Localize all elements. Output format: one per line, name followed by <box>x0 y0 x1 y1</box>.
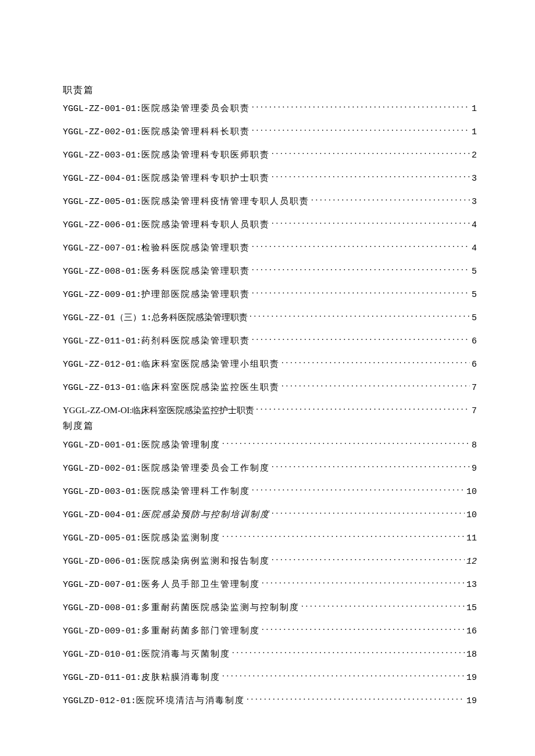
toc-page-number: 4 <box>472 219 477 231</box>
toc-page-number: 10 <box>466 486 477 498</box>
toc-title: 医院感染管理科专职人员职责 <box>141 218 270 231</box>
toc-page-number: 10 <box>466 509 477 521</box>
toc-entry: YGGL-ZD-002-01:医院感染管理委员会工作制度9 <box>63 462 477 475</box>
toc-leader-dots <box>222 671 465 680</box>
toc-page-number: 15 <box>466 602 477 614</box>
toc-entry: YGGL-ZD-005-01:医院感染监测制度11 <box>63 532 477 544</box>
toc-list-zd: YGGL-ZD-001-01:医院感染管理制度8YGGL-ZD-002-01:医… <box>63 439 477 707</box>
toc-entry: YGGL-ZZ-003-01:医院感染管理科专职医师职责2 <box>63 149 477 162</box>
toc-title: 临床科室医院感染监控医生职责 <box>141 381 280 393</box>
toc-page-number: 4 <box>472 242 477 255</box>
toc-entry: YGGLZD-012-01:医院环境清洁与消毒制度19 <box>63 694 477 707</box>
toc-entry: YGGL-ZD-011-01:皮肤粘膜消毒制度19 <box>63 671 477 684</box>
toc-leader-dots <box>272 218 470 227</box>
toc-leader-dots <box>222 439 470 447</box>
toc-title: 医院感染管理制度 <box>141 439 220 451</box>
toc-code: YGGL-ZD-011-01: <box>63 672 141 684</box>
toc-title: 医院感染管理委员会职责 <box>141 102 250 114</box>
toc-leader-dots <box>256 404 470 413</box>
toc-leader-dots <box>252 102 470 111</box>
toc-code: YGGL-ZZ-005-01: <box>63 196 141 208</box>
toc-code: YGGL-ZD-001-01: <box>63 439 141 452</box>
toc-title: 多重耐药菌医院感染监测与控制制度 <box>141 601 299 614</box>
section-heading-zd: 制度篇 <box>63 420 477 432</box>
toc-entry: YGGL-ZZ-005-01:医院感染管理科疫情管理专职人员职责3 <box>63 195 477 208</box>
toc-page-number: 11 <box>466 532 477 544</box>
toc-code: YGGL-ZD-003-01: <box>63 486 141 498</box>
toc-title: 护理部医院感染管理职责 <box>141 288 250 300</box>
toc-code: YGGL-ZD-006-01: <box>63 556 141 568</box>
toc-code: YGGL-ZZ-004-01: <box>63 173 141 185</box>
toc-entry: YGGL-ZZ-011-01:药剂科医院感染管理职责6 <box>63 335 477 347</box>
toc-page-number: 5 <box>472 266 477 278</box>
toc-leader-dots <box>262 625 465 633</box>
section-heading-zz: 职责篇 <box>63 84 477 96</box>
toc-page-number: 18 <box>466 648 477 661</box>
toc-code: YGGL-ZZ-006-01: <box>63 219 141 231</box>
toc-page-number: 3 <box>472 173 477 185</box>
toc-code: YGGL-ZD-002-01: <box>63 463 141 475</box>
toc-entry: YGGL-ZZ-01（三）1:总务科医院感染管理职责5 <box>63 311 477 324</box>
toc-entry: YGGL-ZZ-009-01:护理部医院感染管理职责5 <box>63 288 477 301</box>
toc-code: YGGL-ZD-009-01: <box>63 625 141 637</box>
toc-title: 医院感染监测制度 <box>141 532 220 544</box>
toc-code: YGGL-ZD-007-01: <box>63 579 141 591</box>
toc-title: 医务人员手部卫生管理制度 <box>141 578 260 590</box>
toc-title: 医院感染管理委员会工作制度 <box>141 462 270 474</box>
toc-page-number: 13 <box>466 579 477 591</box>
toc-entry: YGGL-ZZ-002-01:医院感染管理科科长职责1 <box>63 126 477 138</box>
toc-page-number: 5 <box>472 289 477 301</box>
toc-title: 医院环境清洁与消毒制度 <box>136 694 245 707</box>
toc-title: 临床科室医院感染监控护士职责 <box>132 404 254 417</box>
toc-leader-dots <box>232 648 465 657</box>
toc-page-number: 16 <box>466 625 477 637</box>
toc-leader-dots <box>262 578 465 587</box>
toc-leader-dots <box>272 462 470 471</box>
toc-leader-dots <box>301 601 465 610</box>
toc-title: 总务科医院感染管理职责 <box>152 311 248 324</box>
toc-code: YGGL-ZZ-008-01: <box>63 266 141 278</box>
toc-code: YGGL-ZD-008-01: <box>63 602 141 614</box>
toc-page-number: 8 <box>472 439 477 452</box>
toc-leader-dots <box>311 195 470 204</box>
document-page: 职责篇 YGGL-ZZ-001-01:医院感染管理委员会职责1YGGL-ZZ-0… <box>0 0 535 756</box>
toc-entry: YGGL-ZD-003-01:医院感染管理科工作制度10 <box>63 485 477 498</box>
toc-title: 多重耐药菌多部门管理制度 <box>141 625 260 637</box>
toc-code: YGGL-ZD-005-01: <box>63 532 141 544</box>
toc-entry: YGGL-ZD-007-01:医务人员手部卫生管理制度13 <box>63 578 477 591</box>
toc-code: YGGL-ZZ-003-01: <box>63 149 141 162</box>
toc-entry: YGGL-ZZ-013-01:临床科室医院感染监控医生职责7 <box>63 381 477 394</box>
toc-page-number: 5 <box>472 312 477 324</box>
toc-leader-dots <box>252 265 470 274</box>
toc-page-number: 12 <box>466 556 477 568</box>
toc-entry: YGGL-ZZ-006-01:医院感染管理科专职人员职责4 <box>63 218 477 231</box>
toc-title: 医院感染管理科疫情管理专职人员职责 <box>141 195 309 207</box>
toc-leader-dots <box>281 381 470 390</box>
toc-title: 临床科室医院感染管理小组职责 <box>141 358 280 370</box>
toc-page-number: 3 <box>472 196 477 208</box>
toc-code: YGGL-ZZ-01（三）1: <box>63 312 152 324</box>
toc-leader-dots <box>252 288 470 297</box>
toc-leader-dots <box>252 335 470 343</box>
toc-code: YGGL-ZZ-011-01: <box>63 335 141 347</box>
toc-page-number: 6 <box>472 359 477 371</box>
toc-page-number: 19 <box>466 672 477 684</box>
toc-entry: YGGL-ZZ-004-01:医院感染管理科专职护士职责3 <box>63 172 477 185</box>
toc-leader-dots <box>272 149 470 157</box>
toc-entry: YGGL-ZZ-008-01:医务科医院感染管理职责5 <box>63 265 477 278</box>
toc-entry: YGGL-ZD-004-01:医院感染预防与控制培训制度10 <box>63 508 477 521</box>
toc-title: 医务科医院感染管理职责 <box>141 265 250 277</box>
toc-title: 医院感染管理科专职医师职责 <box>141 149 270 161</box>
toc-title: 医院消毒与灭菌制度 <box>141 648 230 660</box>
toc-page-number: 7 <box>472 382 477 394</box>
toc-leader-dots <box>252 126 470 134</box>
toc-leader-dots <box>252 485 465 494</box>
toc-code: YGGL-ZZ-009-01: <box>63 289 141 301</box>
toc-page-number: 1 <box>472 103 477 115</box>
toc-page-number: 7 <box>472 405 477 417</box>
toc-code: YGGL-ZD-004-01: <box>63 509 141 521</box>
toc-entry: YGGL-ZD-001-01:医院感染管理制度8 <box>63 439 477 452</box>
toc-leader-dots <box>222 532 465 540</box>
toc-leader-dots <box>272 172 470 181</box>
toc-title: 医院感染预防与控制培训制度 <box>141 508 270 521</box>
